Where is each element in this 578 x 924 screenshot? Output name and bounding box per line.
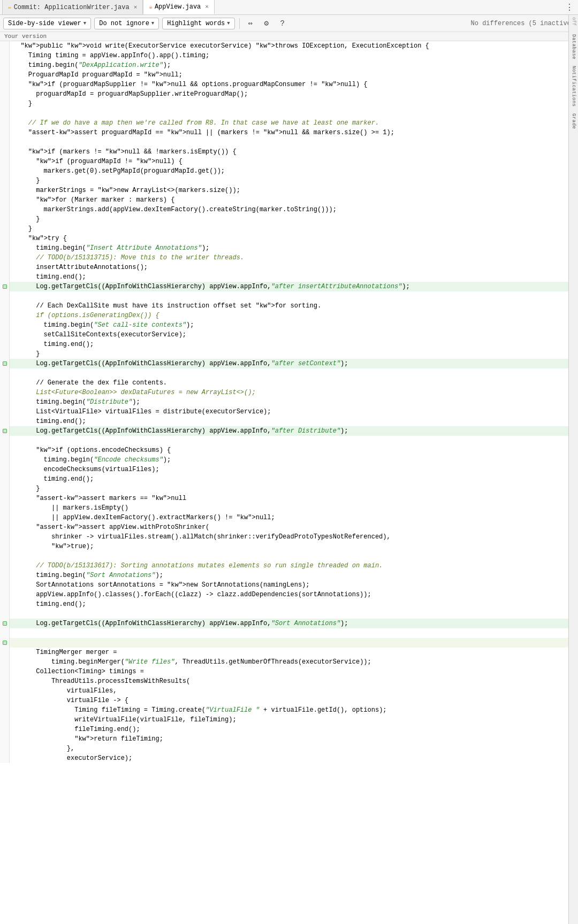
gutter-cell bbox=[0, 70, 9, 80]
code-line: } bbox=[10, 176, 578, 186]
gutter-cell bbox=[0, 224, 9, 234]
gutter-cell bbox=[0, 388, 9, 397]
more-tabs-button[interactable]: ⋮ bbox=[563, 1, 576, 14]
grade-label[interactable]: Grade bbox=[571, 113, 576, 129]
code-line: "assert-kw">assert proguardMapId == "kw"… bbox=[10, 128, 578, 137]
highlight-dropdown[interactable]: Highlight words ▼ bbox=[162, 18, 234, 29]
code-area: "kw">public "kw">void write(ExecutorServ… bbox=[0, 41, 578, 763]
code-line: virtualFile -> { bbox=[10, 696, 578, 705]
gutter-cell bbox=[0, 715, 9, 725]
gutter-cell bbox=[0, 744, 9, 753]
gutter-cell bbox=[0, 166, 9, 176]
your-version-bar: Your version bbox=[0, 32, 578, 41]
database-label[interactable]: Database bbox=[571, 34, 576, 59]
code-line: insertAttributeAnnotations(); bbox=[10, 263, 578, 272]
code-line bbox=[10, 291, 578, 301]
close-tab-1[interactable]: × bbox=[134, 4, 138, 11]
gutter-cell bbox=[0, 455, 9, 465]
code-line: timing.begin("Distribute"); bbox=[10, 397, 578, 407]
code-line: timing.end(); bbox=[10, 272, 578, 282]
close-tab-2[interactable]: × bbox=[205, 4, 209, 10]
code-line: "kw">if (markers != "kw">null && !marker… bbox=[10, 147, 578, 157]
gutter-cell bbox=[0, 291, 9, 301]
code-line: proguardMapId = proguardMapSupplier.writ… bbox=[10, 89, 578, 99]
code-line: } bbox=[10, 349, 578, 359]
gutter-cell bbox=[0, 426, 9, 436]
viewer-mode-dropdown[interactable]: Side-by-side viewer ▼ bbox=[3, 18, 91, 29]
code-line: timing.beginMerger("Write files", Thread… bbox=[10, 657, 578, 667]
code-line: markers.get(0).setPgMapId(proguardMapId.… bbox=[10, 166, 578, 176]
gutter-cell bbox=[0, 51, 9, 60]
code-line bbox=[10, 436, 578, 445]
split-view-button[interactable]: ⇔ bbox=[244, 17, 257, 30]
code-line: Log.getTargetCls((AppInfoWithClassHierar… bbox=[10, 359, 578, 368]
code-line: timing.begin("Encode checksums"); bbox=[10, 455, 578, 465]
code-line: Log.getTargetCls((AppInfoWithClassHierar… bbox=[10, 282, 578, 291]
code-line: timing.begin("DexApplication.write"); bbox=[10, 60, 578, 70]
code-content[interactable]: "kw">public "kw">void write(ExecutorServ… bbox=[10, 41, 578, 763]
code-line: "assert-kw">assert appView.withProtoShri… bbox=[10, 522, 578, 532]
gutter-cell bbox=[0, 676, 9, 686]
tab-applicationwriter[interactable]: ✏ Commit: ApplicationWriter.java × bbox=[2, 0, 143, 14]
code-line: markerStrings = "kw">new ArrayList<>(mar… bbox=[10, 186, 578, 195]
code-line bbox=[10, 551, 578, 561]
code-line bbox=[10, 109, 578, 118]
settings-button[interactable]: ⚙ bbox=[260, 17, 273, 30]
toolbar: Side-by-side viewer ▼ Do not ignore ▼ Hi… bbox=[0, 15, 578, 32]
gutter-cell bbox=[0, 648, 9, 657]
gutter-cell bbox=[0, 301, 9, 311]
side-panel: off Database Notifications Grade bbox=[568, 15, 578, 924]
tab-appview[interactable]: ☕ AppView.java × bbox=[143, 0, 215, 14]
tab-label: Commit: ApplicationWriter.java bbox=[14, 4, 130, 11]
tab-bar: ✏ Commit: ApplicationWriter.java × ☕ App… bbox=[0, 0, 578, 15]
ignore-dropdown[interactable]: Do not ignore ▼ bbox=[94, 18, 159, 29]
gutter-cell bbox=[0, 667, 9, 676]
code-line: if (options.isGeneratingDex()) { bbox=[10, 311, 578, 320]
gutter-cell bbox=[0, 734, 9, 744]
code-line: List<Future<Boolean>> dexDataFutures = n… bbox=[10, 388, 578, 397]
gutter-cell bbox=[0, 243, 9, 253]
gutter-cell bbox=[0, 109, 9, 118]
gutter-cell bbox=[0, 484, 9, 494]
code-line: shrinker -> virtualFiles.stream().allMat… bbox=[10, 532, 578, 542]
code-line bbox=[10, 137, 578, 147]
code-line: || markers.isEmpty() bbox=[10, 503, 578, 513]
gutter-cell bbox=[0, 686, 9, 696]
code-line: timing.begin("Insert Attribute Annotatio… bbox=[10, 243, 578, 253]
code-line: setCallSiteContexts(executorService); bbox=[10, 330, 578, 340]
code-line: // TODO(b/151313715): Move this to the w… bbox=[10, 253, 578, 263]
gutter-cell bbox=[0, 436, 9, 445]
gutter-cell bbox=[0, 60, 9, 70]
code-line: // Each DexCallSite must have its instru… bbox=[10, 301, 578, 311]
gutter-cell bbox=[0, 522, 9, 532]
gutter-cell bbox=[0, 494, 9, 503]
viewer-mode-label: Side-by-side viewer bbox=[8, 20, 81, 27]
your-version-label: Your version bbox=[4, 33, 47, 40]
code-line: Collection<Timing> timings = bbox=[10, 667, 578, 676]
gutter-cell bbox=[0, 157, 9, 166]
code-line: timing.end(); bbox=[10, 599, 578, 609]
gutter-cell bbox=[0, 445, 9, 455]
chevron-down-icon: ▼ bbox=[83, 21, 86, 26]
gutter-cell bbox=[0, 465, 9, 474]
help-button[interactable]: ? bbox=[276, 17, 289, 30]
code-line: fileTiming.end(); bbox=[10, 725, 578, 734]
gutter-cell bbox=[0, 513, 9, 522]
gutter-cell bbox=[0, 128, 9, 137]
gutter-cell bbox=[0, 99, 9, 109]
gutter-cell bbox=[0, 368, 9, 378]
tab-label-2: AppView.java bbox=[155, 3, 201, 11]
code-line bbox=[10, 638, 578, 648]
gutter-cell bbox=[0, 696, 9, 705]
gutter-cell bbox=[0, 80, 9, 89]
gutter-cell bbox=[0, 349, 9, 359]
notifications-label[interactable]: Notifications bbox=[571, 66, 576, 107]
gutter-cell bbox=[0, 359, 9, 368]
gutter-cell bbox=[0, 542, 9, 551]
gutter-cell bbox=[0, 137, 9, 147]
gutter-cell bbox=[0, 532, 9, 542]
code-line: }, bbox=[10, 744, 578, 753]
gutter-cell bbox=[0, 657, 9, 667]
code-line: TimingMerger merger = bbox=[10, 648, 578, 657]
gutter-cell bbox=[0, 503, 9, 513]
